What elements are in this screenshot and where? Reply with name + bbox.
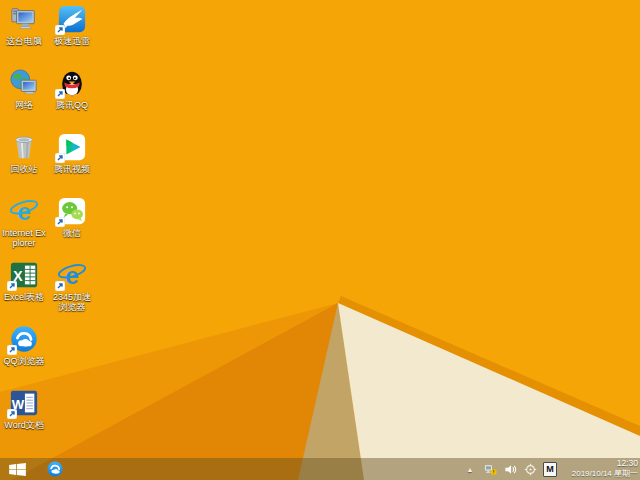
shortcut-arrow-icon	[7, 409, 17, 419]
desktop-icon-label: 这台电脑	[2, 36, 46, 46]
desktop-icon-label: 网络	[2, 100, 46, 110]
wechat-icon	[57, 196, 87, 226]
qq-browser-icon	[46, 460, 64, 478]
svg-text:e: e	[17, 198, 31, 225]
tencent-video-icon	[57, 132, 87, 162]
shortcut-arrow-icon	[55, 153, 65, 163]
clock-time: 12:30	[566, 458, 638, 469]
desktop-icon-wechat[interactable]: 微信	[50, 196, 94, 238]
desktop-icon-word[interactable]: WWord文档	[2, 388, 46, 430]
qq-browser-icon	[9, 324, 39, 354]
taskbar-app-qq-browser[interactable]	[46, 460, 64, 478]
tray-network-status-icon[interactable]	[483, 462, 497, 476]
excel-icon: X	[9, 260, 39, 290]
desktop[interactable]: 这台电脑 极速迅雷 网络 腾讯QQ 回收站 腾讯视频 eInternet Exp…	[0, 0, 640, 480]
internet-explorer-icon: e	[9, 196, 39, 226]
desktop-icon-recycle-bin[interactable]: 回收站	[2, 132, 46, 174]
ime-indicator-label: M	[543, 462, 557, 477]
start-button[interactable]	[0, 458, 34, 480]
tencent-qq-icon	[57, 68, 87, 98]
windows-logo-icon	[9, 463, 26, 476]
clock-date: 2019/10/14 星期一	[566, 469, 638, 479]
desktop-icon-label: 微信	[50, 228, 94, 238]
shortcut-arrow-icon	[7, 345, 17, 355]
shortcut-arrow-icon	[55, 25, 65, 35]
shortcut-arrow-icon	[55, 281, 65, 291]
desktop-icon-label: 腾讯QQ	[50, 100, 94, 110]
xunlei-icon	[57, 4, 87, 34]
desktop-icon-internet-explorer[interactable]: eInternet Explorer	[2, 196, 46, 249]
desktop-icon-label: Excel表格	[2, 292, 46, 302]
tray-ime-indicator-icon[interactable]: M	[543, 462, 557, 476]
desktop-icon-grid: 这台电脑 极速迅雷 网络 腾讯QQ 回收站 腾讯视频 eInternet Exp…	[2, 0, 102, 456]
shortcut-arrow-icon	[7, 281, 17, 291]
this-pc-icon	[9, 4, 39, 34]
network-icon	[9, 68, 39, 98]
shortcut-arrow-icon	[55, 89, 65, 99]
tray-volume-icon[interactable]	[503, 462, 517, 476]
desktop-icon-label: 2345加速浏览器	[50, 292, 94, 313]
desktop-icon-label: Word文档	[2, 420, 46, 430]
desktop-icon-tencent-video[interactable]: 腾讯视频	[50, 132, 94, 174]
tray-hidden-icons-chevron-icon[interactable]: ▲	[463, 462, 477, 476]
desktop-icon-label: 腾讯视频	[50, 164, 94, 174]
desktop-icon-network[interactable]: 网络	[2, 68, 46, 110]
tray-pen-target-icon[interactable]	[523, 462, 537, 476]
recycle-bin-icon	[9, 132, 39, 162]
svg-text:e: e	[65, 262, 79, 289]
shortcut-arrow-icon	[55, 217, 65, 227]
taskbar-clock[interactable]: 12:30 2019/10/14 星期一	[566, 458, 640, 479]
taskbar: ▲ M 12:30 2019/10/14 星期一	[0, 458, 640, 480]
desktop-icon-label: 极速迅雷	[50, 36, 94, 46]
system-tray: ▲ M	[463, 462, 562, 476]
desktop-icon-label: 回收站	[2, 164, 46, 174]
desktop-icon-label: Internet Explorer	[2, 228, 46, 249]
desktop-icon-label: QQ浏览器	[2, 356, 46, 366]
taskbar-pinned-apps	[42, 458, 68, 480]
desktop-icon-excel[interactable]: XExcel表格	[2, 260, 46, 302]
browser-2345-icon: e	[57, 260, 87, 290]
word-icon: W	[9, 388, 39, 418]
desktop-icon-xunlei[interactable]: 极速迅雷	[50, 4, 94, 46]
desktop-icon-qq-browser[interactable]: QQ浏览器	[2, 324, 46, 366]
desktop-icon-this-pc[interactable]: 这台电脑	[2, 4, 46, 46]
desktop-icon-browser-2345[interactable]: e2345加速浏览器	[50, 260, 94, 313]
desktop-icon-tencent-qq[interactable]: 腾讯QQ	[50, 68, 94, 110]
